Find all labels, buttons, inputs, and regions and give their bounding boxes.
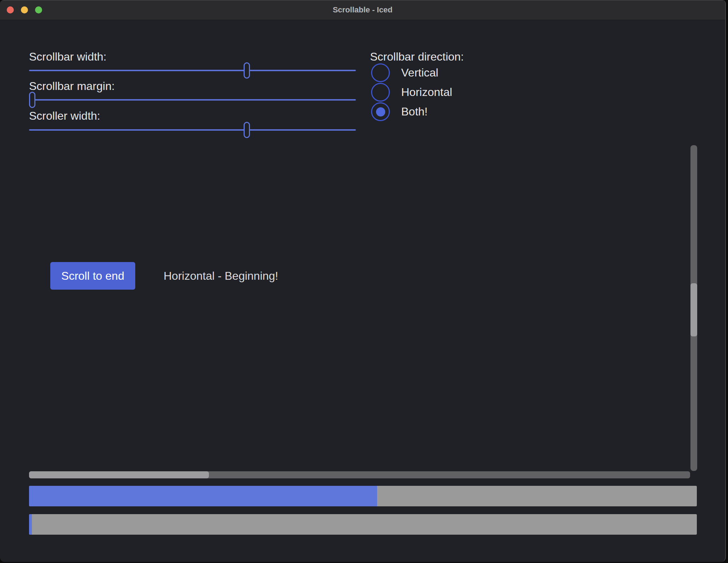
titlebar: Scrollable - Iced: [0, 0, 725, 20]
scroll-to-end-button[interactable]: Scroll to end: [50, 262, 135, 290]
radio-circle-icon[interactable]: [371, 102, 390, 121]
scrollbar-width-slider[interactable]: [29, 62, 356, 79]
scrollbar-margin-label: Scrollbar margin:: [29, 80, 115, 93]
progress-bar-2: [29, 514, 697, 535]
slider-track[interactable]: [29, 129, 356, 131]
vertical-scrollbar-thumb[interactable]: [690, 283, 697, 336]
radio-dot-icon: [376, 68, 385, 78]
radio-circle-icon[interactable]: [371, 83, 390, 102]
horizontal-scrollbar-thumb[interactable]: [29, 471, 209, 478]
horizontal-scrollbar-track[interactable]: [29, 471, 690, 478]
slider-track[interactable]: [29, 99, 356, 101]
slider-track[interactable]: [29, 70, 356, 71]
radio-label-vertical: Vertical: [401, 66, 438, 79]
scrollbar-margin-slider[interactable]: [29, 92, 356, 108]
progress-bar-1: [29, 486, 697, 506]
radio-option-both[interactable]: Both!: [371, 102, 428, 121]
progress-bar-1-fill: [29, 486, 377, 506]
scroller-width-label: Scroller width:: [29, 109, 100, 123]
radio-option-horizontal[interactable]: Horizontal: [371, 83, 452, 102]
radio-label-both: Both!: [401, 105, 428, 118]
radio-option-vertical[interactable]: Vertical: [371, 63, 438, 82]
slider-handle[interactable]: [244, 62, 250, 79]
scrollbar-width-label: Scrollbar width:: [29, 50, 107, 63]
slider-handle[interactable]: [29, 92, 35, 108]
window-title: Scrollable - Iced: [0, 0, 725, 20]
slider-handle[interactable]: [244, 122, 250, 138]
progress-bar-2-fill: [29, 514, 32, 535]
app-window: Scrollable - Iced Scrollbar width: Scrol…: [0, 0, 726, 562]
scrollbar-direction-label: Scrollbar direction:: [370, 50, 464, 63]
radio-label-horizontal: Horizontal: [401, 86, 452, 99]
radio-circle-icon[interactable]: [371, 63, 390, 82]
vertical-scrollbar-track[interactable]: [690, 145, 697, 471]
scroll-status-text: Horizontal - Beginning!: [164, 262, 278, 290]
scroller-width-slider[interactable]: [29, 122, 356, 138]
radio-dot-icon: [376, 88, 385, 97]
radio-dot-icon: [376, 107, 385, 116]
